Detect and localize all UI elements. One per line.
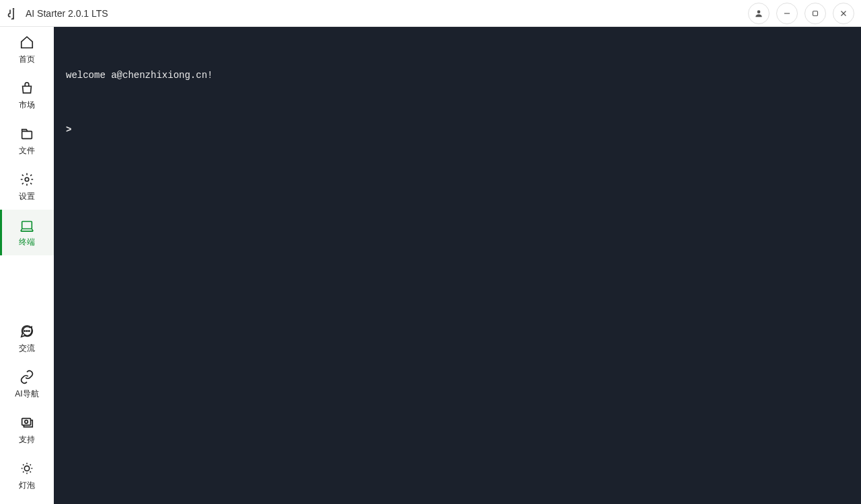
chat-icon (20, 324, 34, 339)
svg-rect-8 (22, 221, 32, 228)
minimize-icon (782, 9, 792, 18)
svg-point-1 (757, 10, 761, 13)
sidebar-item-support[interactable]: 支持 (0, 407, 54, 453)
sidebar-item-chat[interactable]: 交流 (0, 316, 54, 362)
settings-icon (20, 172, 34, 187)
minimize-button[interactable] (776, 3, 798, 24)
sidebar-item-label: 交流 (19, 343, 35, 354)
sidebar-item-terminal[interactable]: 终端 (0, 210, 54, 255)
terminal-icon (20, 218, 34, 233)
sidebar-item-label: 支持 (19, 434, 35, 446)
sidebar-item-bulb[interactable]: 灯泡 (0, 453, 54, 499)
svg-point-7 (25, 177, 29, 181)
svg-rect-3 (813, 11, 818, 15)
sidebar-item-label: 终端 (19, 237, 35, 248)
terminal-prompt-symbol: > (66, 122, 71, 137)
svg-point-11 (28, 330, 29, 331)
svg-rect-12 (22, 418, 31, 425)
sidebar-item-market[interactable]: 市场 (0, 73, 54, 118)
svg-point-0 (13, 8, 15, 10)
sidebar-item-label: AI导航 (15, 388, 38, 400)
maximize-icon (811, 9, 820, 18)
sidebar-item-label: 首页 (19, 54, 35, 65)
close-icon (839, 9, 848, 18)
svg-rect-6 (22, 131, 32, 138)
app-logo-icon (7, 7, 20, 20)
terminal-welcome-line: welcome a@chenzhixiong.cn! (66, 68, 849, 83)
sidebar: 首页 市场 文件 设置 终端 交流 (0, 27, 54, 504)
support-icon (20, 415, 34, 430)
bulb-icon (20, 461, 34, 476)
terminal-input[interactable] (78, 124, 849, 135)
files-icon (20, 126, 34, 141)
sidebar-item-files[interactable]: 文件 (0, 118, 54, 164)
svg-point-14 (24, 466, 29, 470)
home-icon (20, 35, 34, 50)
user-icon (754, 9, 763, 18)
sidebar-item-ai-nav[interactable]: AI导航 (0, 362, 54, 407)
sidebar-item-home[interactable]: 首页 (0, 27, 54, 73)
market-icon (20, 81, 34, 95)
sidebar-item-label: 文件 (19, 145, 35, 157)
svg-point-13 (25, 420, 28, 423)
svg-point-9 (24, 330, 25, 331)
svg-point-10 (26, 330, 27, 331)
link-icon (20, 370, 34, 384)
user-button[interactable] (748, 3, 770, 24)
close-button[interactable] (833, 3, 854, 24)
sidebar-item-label: 设置 (19, 191, 35, 202)
maximize-button[interactable] (804, 3, 826, 24)
app-title: AI Starter 2.0.1 LTS (26, 8, 108, 19)
sidebar-item-label: 灯泡 (19, 480, 35, 491)
sidebar-item-settings[interactable]: 设置 (0, 164, 54, 210)
sidebar-item-label: 市场 (19, 99, 35, 111)
terminal-viewport[interactable]: welcome a@chenzhixiong.cn! > (54, 27, 861, 504)
terminal-prompt-line: > (66, 122, 849, 137)
titlebar: AI Starter 2.0.1 LTS (0, 0, 861, 27)
